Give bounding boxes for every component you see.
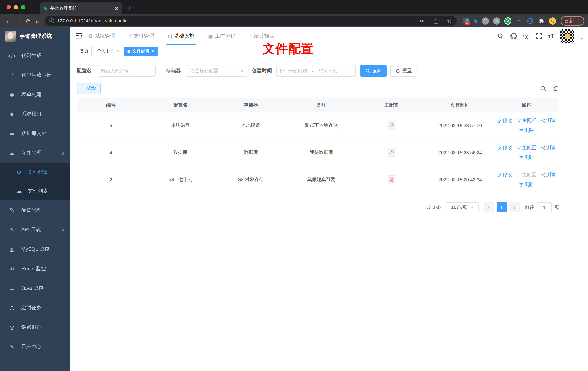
delete-button[interactable]: 删除: [519, 181, 534, 188]
tab-close-icon[interactable]: ✕: [115, 6, 118, 11]
favicon-leaf-icon: [43, 6, 47, 10]
delete-button[interactable]: 删除: [519, 127, 534, 134]
storage-select[interactable]: 请选择存储器 ∨: [186, 65, 247, 77]
test-button[interactable]: 测试: [541, 171, 556, 178]
prev-page-button[interactable]: ‹: [484, 202, 494, 212]
zoom-window-button[interactable]: [21, 5, 25, 9]
extension-eye-icon[interactable]: [527, 17, 534, 24]
password-key-icon[interactable]: [420, 18, 425, 24]
nav-item-label: 统计报表: [254, 33, 274, 39]
new-tab-button[interactable]: +: [128, 4, 132, 12]
sidebar-item[interactable]: ◷定时任务: [0, 298, 70, 318]
sidebar-item[interactable]: ≋Redis 监控: [0, 259, 70, 278]
edit-button[interactable]: 修改: [497, 171, 512, 178]
extension-dot-icon[interactable]: [493, 17, 500, 24]
sidebar-item[interactable]: ▥MySQL 监控: [0, 240, 70, 259]
nav-item[interactable]: ⊡基础设施: [168, 27, 194, 45]
address-bar[interactable]: i 127.0.0.1:1024/infra/file/file-config …: [45, 16, 456, 26]
forward-icon[interactable]: →: [13, 18, 23, 24]
search-button[interactable]: 搜索: [360, 65, 387, 77]
extension-v-icon[interactable]: V: [504, 17, 511, 24]
url-text: 127.0.0.1:1024/infra/file/file-config: [57, 18, 414, 23]
edit-button[interactable]: 修改: [497, 144, 512, 151]
extensions-puzzle-icon[interactable]: [538, 17, 545, 24]
sidebar-subitem[interactable]: ⚙文件配置: [0, 163, 70, 182]
close-icon[interactable]: ✕: [151, 49, 155, 53]
sidebar-item[interactable]: ◎链路追踪: [0, 318, 70, 337]
toggle-search-icon[interactable]: [540, 86, 546, 91]
search-icon: [366, 68, 370, 73]
sidebar-item[interactable]: ▤数据库文档: [0, 124, 70, 143]
font-size-icon[interactable]: TT: [548, 33, 554, 39]
tags-view-item[interactable]: 文件配置✕: [124, 46, 158, 56]
edit-button[interactable]: 修改: [497, 117, 512, 124]
avatar-caret-icon[interactable]: [580, 38, 583, 39]
browser-tab[interactable]: 芋道管理系统 ✕: [40, 2, 122, 14]
test-button[interactable]: 测试: [541, 144, 556, 151]
minimize-window-button[interactable]: [14, 5, 18, 9]
delete-button[interactable]: 删除: [519, 154, 534, 160]
extension-command-icon[interactable]: ⌘: [482, 17, 489, 24]
extension-diamond-icon[interactable]: 11: [463, 18, 469, 24]
reset-button[interactable]: 重置: [390, 65, 417, 77]
sidebar-item[interactable]: ≡系统接口: [0, 104, 70, 124]
sidebar-item[interactable]: ✎API 日志∨: [0, 220, 70, 240]
sidebar-item[interactable]: ✎日志中心: [0, 337, 70, 357]
nav-item[interactable]: ⚙系统管理: [88, 27, 115, 45]
refresh-table-icon[interactable]: [553, 86, 559, 91]
close-icon[interactable]: ✕: [116, 49, 119, 53]
date-range-picker[interactable]: 开始日期 - 结束日期: [276, 65, 356, 77]
search-icon[interactable]: [497, 33, 504, 39]
home-icon[interactable]: ⌂: [33, 18, 43, 24]
cell-created: 2022-03-15 23:57:00: [427, 123, 494, 128]
master-config-button[interactable]: 主配置: [517, 117, 536, 124]
add-button[interactable]: + 新增: [77, 83, 101, 94]
sidebar-item[interactable]: ☁文件管理∧: [0, 143, 70, 163]
sidebar-item[interactable]: </>代码生成: [0, 46, 70, 65]
sidebar-item[interactable]: ▭Java 监控: [0, 278, 70, 298]
nav-item[interactable]: ¥支付管理: [129, 27, 154, 45]
search-button-label: 搜索: [372, 68, 381, 74]
sidebar-item[interactable]: ☑代码生成示例: [0, 65, 70, 85]
extension-kite-icon[interactable]: ◆: [473, 17, 478, 24]
current-page[interactable]: 1: [497, 202, 507, 212]
extension-star-icon[interactable]: ✶: [515, 17, 523, 24]
master-config-button[interactable]: 主配置: [517, 171, 536, 178]
sidebar-item-label: 代码生成: [21, 52, 65, 59]
sidebar-subitem[interactable]: ☁文件列表: [0, 182, 70, 201]
table-row: 5 本地磁盘 本地磁盘 测试下本地存储 否 2022-03-15 23:57:0…: [77, 112, 559, 139]
extension-emoji-icon[interactable]: ☺: [549, 17, 556, 24]
fullscreen-icon[interactable]: [536, 33, 542, 39]
page-size-select[interactable]: 10条/页 ∨: [446, 202, 479, 212]
reload-icon[interactable]: ⟳: [23, 18, 33, 24]
site-info-icon[interactable]: i: [49, 18, 54, 23]
cloud-upload-icon: ☁: [15, 188, 23, 194]
page-unit-label: 页: [554, 204, 559, 211]
sidebar-logo[interactable]: 芋道管理系统: [0, 27, 70, 45]
bookmark-star-icon[interactable]: ☆: [447, 18, 452, 24]
share-icon[interactable]: [433, 18, 439, 24]
sidebar-item[interactable]: ▦表单构建: [0, 85, 70, 104]
table-body: 5 本地磁盘 本地磁盘 测试下本地存储 否 2022-03-15 23:57:0…: [77, 112, 559, 193]
help-icon[interactable]: ?: [523, 33, 529, 39]
back-icon[interactable]: ←: [4, 18, 13, 24]
test-button[interactable]: 测试: [541, 117, 556, 124]
browser-toolbar: ← → ⟳ ⌂ i 127.0.0.1:1024/infra/file/file…: [0, 14, 588, 27]
nav-item[interactable]: ▣工作流程: [208, 27, 235, 45]
col-created: 创建时间: [427, 102, 494, 108]
next-page-button[interactable]: ›: [510, 202, 520, 212]
github-icon[interactable]: [510, 32, 517, 40]
master-config-button[interactable]: 主配置: [517, 144, 536, 151]
close-window-button[interactable]: [7, 5, 11, 9]
browser-update-button[interactable]: 更新 ⋮: [561, 16, 584, 25]
sidebar-item[interactable]: ✎配置管理: [0, 201, 70, 220]
config-name-input[interactable]: [97, 65, 156, 77]
infra-monitor-icon: ⊡: [168, 33, 172, 39]
goto-page-input[interactable]: [537, 202, 552, 212]
tags-view-item[interactable]: 个人中心✕: [94, 46, 122, 56]
sidebar-collapse-icon[interactable]: [75, 33, 82, 39]
chevron-down-icon: ∨: [241, 68, 243, 73]
tags-view-item[interactable]: 首页: [77, 46, 92, 56]
browser-menu-dots-icon[interactable]: ⋮: [576, 18, 580, 23]
user-avatar-qr[interactable]: [560, 29, 574, 43]
